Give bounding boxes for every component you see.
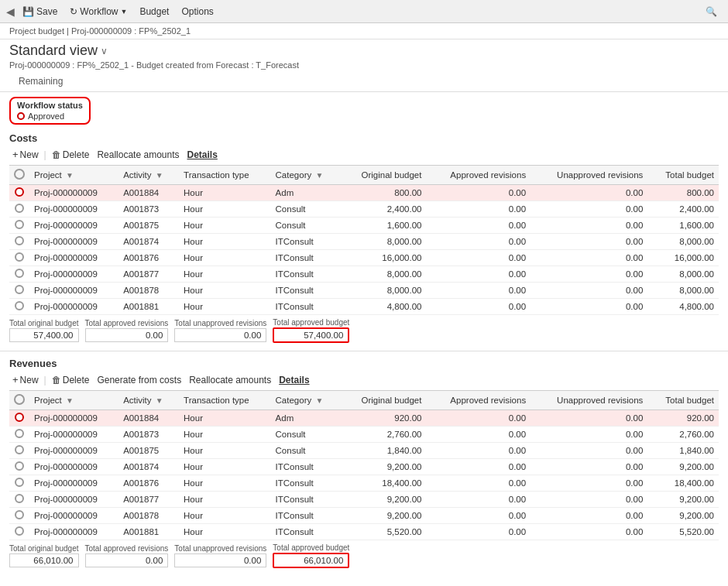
workflow-dropdown-icon: ▼ — [120, 8, 127, 15]
costs-table-row[interactable]: Proj-000000009 A001876 Hour ITConsult 16… — [9, 250, 719, 266]
revenues-row-category: ITConsult — [271, 492, 341, 508]
revenues-row-approved-revisions: 0.00 — [426, 427, 531, 443]
costs-row-radio[interactable] — [9, 201, 29, 218]
revenues-row-radio[interactable] — [9, 459, 29, 475]
costs-row-radio[interactable] — [9, 218, 29, 234]
revenues-table-row[interactable]: Proj-000000009 A001877 Hour ITConsult 9,… — [9, 492, 719, 508]
costs-table-row[interactable]: Proj-000000009 A001873 Hour Consult 2,40… — [9, 201, 719, 218]
view-dropdown-icon[interactable]: ∨ — [101, 46, 108, 57]
costs-row-unapproved-revisions: 0.00 — [531, 299, 647, 315]
revenues-table-row[interactable]: Proj-000000009 A001875 Hour Consult 1,84… — [9, 443, 719, 459]
revenues-table-row[interactable]: Proj-000000009 A001878 Hour ITConsult 9,… — [9, 508, 719, 524]
revenues-row-radio[interactable] — [9, 475, 29, 492]
revenues-row-radio[interactable] — [9, 410, 29, 427]
revenues-total-approved-revisions-field: Total approved revisions 0.00 — [85, 544, 169, 567]
revenues-select-all[interactable] — [14, 394, 25, 405]
revenues-details-button[interactable]: Details — [276, 373, 312, 387]
revenues-row-transaction-type: Hour — [179, 475, 271, 492]
costs-activity-filter-icon[interactable]: ▼ — [156, 171, 163, 180]
revenues-table-row[interactable]: Proj-000000009 A001876 Hour ITConsult 18… — [9, 475, 719, 492]
revenues-generate-button[interactable]: Generate from costs — [94, 373, 184, 387]
costs-row-category: ITConsult — [271, 266, 341, 283]
radio-circle-icon — [15, 494, 24, 503]
costs-table-row[interactable]: Proj-000000009 A001878 Hour ITConsult 8,… — [9, 283, 719, 299]
workflow-button[interactable]: ↻ Workflow ▼ — [65, 5, 132, 19]
costs-row-radio[interactable] — [9, 185, 29, 201]
costs-details-button[interactable]: Details — [184, 148, 220, 162]
costs-new-button[interactable]: + New — [9, 147, 42, 162]
radio-circle-icon — [15, 187, 24, 197]
back-button[interactable]: ◀ — [6, 5, 15, 18]
costs-table-row[interactable]: Proj-000000009 A001884 Hour Adm 800.00 0… — [9, 185, 719, 201]
revenues-new-button[interactable]: + New — [9, 372, 42, 387]
revenues-table-row[interactable]: Proj-000000009 A001884 Hour Adm 920.00 0… — [9, 410, 719, 427]
revenues-row-unapproved-revisions: 0.00 — [531, 492, 647, 508]
revenues-row-radio[interactable] — [9, 524, 29, 540]
revenues-row-approved-revisions: 0.00 — [426, 524, 531, 540]
revenues-table-row[interactable]: Proj-000000009 A001881 Hour ITConsult 5,… — [9, 524, 719, 540]
save-button[interactable]: 💾 Save — [18, 5, 62, 19]
revenues-row-unapproved-revisions: 0.00 — [531, 508, 647, 524]
costs-row-category: ITConsult — [271, 283, 341, 299]
revenues-row-radio[interactable] — [9, 492, 29, 508]
costs-row-radio[interactable] — [9, 250, 29, 266]
costs-row-radio[interactable] — [9, 266, 29, 283]
costs-row-original-budget: 2,400.00 — [341, 201, 426, 218]
revenues-row-original-budget: 920.00 — [341, 410, 426, 427]
revenues-totals-row: Total original budget 66,010.00 Total ap… — [9, 540, 719, 573]
revenues-col-approved-revisions: Approved revisions — [426, 391, 531, 410]
costs-row-transaction-type: Hour — [179, 283, 271, 299]
search-button[interactable]: 🔍 — [701, 5, 722, 19]
costs-row-radio[interactable] — [9, 299, 29, 315]
costs-row-original-budget: 8,000.00 — [341, 283, 426, 299]
revenues-row-unapproved-revisions: 0.00 — [531, 459, 647, 475]
costs-row-unapproved-revisions: 0.00 — [531, 250, 647, 266]
options-button[interactable]: Options — [177, 5, 218, 19]
costs-row-radio[interactable] — [9, 283, 29, 299]
costs-delete-button[interactable]: 🗑 Delete — [49, 148, 93, 162]
costs-table-row[interactable]: Proj-000000009 A001875 Hour Consult 1,60… — [9, 218, 719, 234]
revenues-reallocate-button[interactable]: Reallocate amounts — [186, 373, 274, 387]
revenues-section: Revenues + New | 🗑 Delete Generate from … — [0, 355, 728, 573]
revenues-row-category: ITConsult — [271, 459, 341, 475]
radio-circle-icon — [15, 445, 24, 454]
workflow-status-container: Workflow status Approved — [9, 97, 91, 125]
budget-button[interactable]: Budget — [135, 5, 173, 19]
costs-project-filter-icon[interactable]: ▼ — [66, 171, 74, 180]
revenues-row-category: Consult — [271, 443, 341, 459]
revenues-table-row[interactable]: Proj-000000009 A001873 Hour Consult 2,76… — [9, 427, 719, 443]
costs-table-header: Project ▼ Activity ▼ Transaction type Ca… — [9, 166, 719, 185]
revenues-row-radio[interactable] — [9, 508, 29, 524]
revenues-table-row[interactable]: Proj-000000009 A001874 Hour ITConsult 9,… — [9, 459, 719, 475]
revenues-project-filter-icon[interactable]: ▼ — [66, 396, 74, 405]
revenues-row-category: ITConsult — [271, 475, 341, 492]
revenues-row-radio[interactable] — [9, 427, 29, 443]
costs-col-select — [9, 166, 29, 185]
revenues-activity-filter-icon[interactable]: ▼ — [156, 396, 163, 405]
costs-table-row[interactable]: Proj-000000009 A001874 Hour ITConsult 8,… — [9, 234, 719, 250]
costs-category-filter-icon[interactable]: ▼ — [315, 171, 323, 180]
costs-reallocate-button[interactable]: Reallocate amounts — [94, 148, 182, 162]
tab-row: Remaining — [0, 71, 728, 92]
costs-totals-row: Total original budget 57,400.00 Total ap… — [9, 315, 719, 348]
revenues-row-radio[interactable] — [9, 443, 29, 459]
tab-remaining[interactable]: Remaining — [9, 73, 72, 91]
costs-row-project: Proj-000000009 — [29, 234, 118, 250]
revenues-row-activity: A001881 — [118, 524, 179, 540]
costs-row-radio[interactable] — [9, 234, 29, 250]
revenues-category-filter-icon[interactable]: ▼ — [315, 396, 323, 405]
revenues-row-approved-revisions: 0.00 — [426, 410, 531, 427]
costs-row-transaction-type: Hour — [179, 299, 271, 315]
revenues-row-approved-revisions: 0.00 — [426, 459, 531, 475]
revenues-row-original-budget: 9,200.00 — [341, 492, 426, 508]
costs-select-all[interactable] — [14, 169, 25, 180]
revenues-row-total-budget: 18,400.00 — [647, 475, 719, 492]
revenues-row-project: Proj-000000009 — [29, 443, 118, 459]
costs-total-approved-revisions-field: Total approved revisions 0.00 — [85, 319, 169, 342]
revenues-delete-button[interactable]: 🗑 Delete — [49, 373, 93, 387]
costs-row-project: Proj-000000009 — [29, 250, 118, 266]
revenues-row-project: Proj-000000009 — [29, 524, 118, 540]
costs-table-row[interactable]: Proj-000000009 A001881 Hour ITConsult 4,… — [9, 299, 719, 315]
costs-row-approved-revisions: 0.00 — [426, 185, 531, 201]
costs-table-row[interactable]: Proj-000000009 A001877 Hour ITConsult 8,… — [9, 266, 719, 283]
